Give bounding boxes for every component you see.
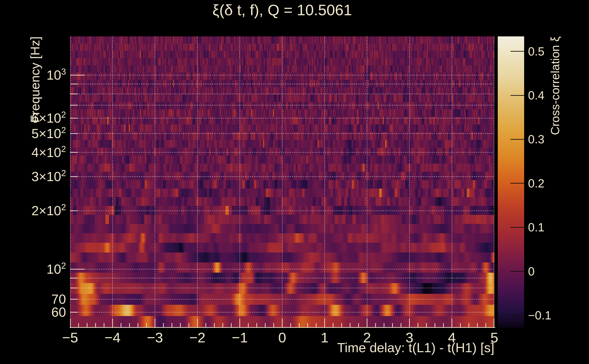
- colorbar-tick-0.4: [510, 95, 524, 96]
- colorbar-label-0.2: 0.2: [528, 177, 585, 190]
- y-axis-title: Frequency [Hz]: [26, 36, 113, 54]
- colorbar-tick--0.1: [510, 315, 524, 316]
- colorbar-tick-0.1: [510, 227, 524, 228]
- x-tick-label--1: −1: [222, 330, 258, 345]
- y-tick-label-500: 5×102: [2, 126, 66, 141]
- x-tick-label-2: 2: [349, 330, 385, 345]
- y-tick-label-400: 4×102: [2, 145, 66, 160]
- y-tick-label-600: 6×102: [2, 110, 66, 126]
- colorbar-tick-0.3: [510, 139, 524, 140]
- y-tick-label-60: 60: [2, 304, 66, 320]
- x-axis-line: [70, 327, 495, 328]
- colorbar-title-text: Cross-correlation ξ: [548, 36, 563, 135]
- plot-title: ξ(δ t, f), Q = 10.5061: [70, 0, 494, 20]
- colorbar-label-0.1: 0.1: [528, 221, 585, 234]
- y-tick-label-1000: 103: [2, 67, 66, 83]
- colorbar-label-0: 0: [528, 265, 585, 278]
- x-tick-label-5: 5: [476, 330, 512, 345]
- colorbar-tick-0.2: [510, 183, 524, 184]
- colorbar-title: Cross-correlation ξ: [548, 36, 589, 52]
- cross-correlation-heatmap: [70, 36, 494, 328]
- qscan-cross-correlation-figure: ξ(δ t, f), Q = 10.5061 Frequency [Hz] Ti…: [0, 0, 589, 364]
- x-tick-label-3: 3: [391, 330, 428, 345]
- colorbar-tick-0: [510, 271, 524, 272]
- x-tick-label--2: −2: [179, 330, 216, 345]
- x-tick-label--4: −4: [94, 330, 131, 345]
- colorbar-label--0.1: −0.1: [528, 309, 585, 322]
- x-tick-label-4: 4: [434, 330, 470, 345]
- x-tick-label--3: −3: [137, 330, 173, 345]
- x-tick-label-1: 1: [306, 330, 343, 345]
- x-tick-label-0: 0: [264, 330, 301, 345]
- y-tick-label-100: 102: [2, 261, 66, 277]
- colorbar-tick-0.5: [510, 51, 524, 52]
- colorbar-gradient: [498, 36, 524, 328]
- x-tick-label--5: −5: [52, 330, 88, 345]
- y-tick-label-200: 2×102: [2, 203, 66, 218]
- y-tick-label-300: 3×102: [2, 169, 66, 184]
